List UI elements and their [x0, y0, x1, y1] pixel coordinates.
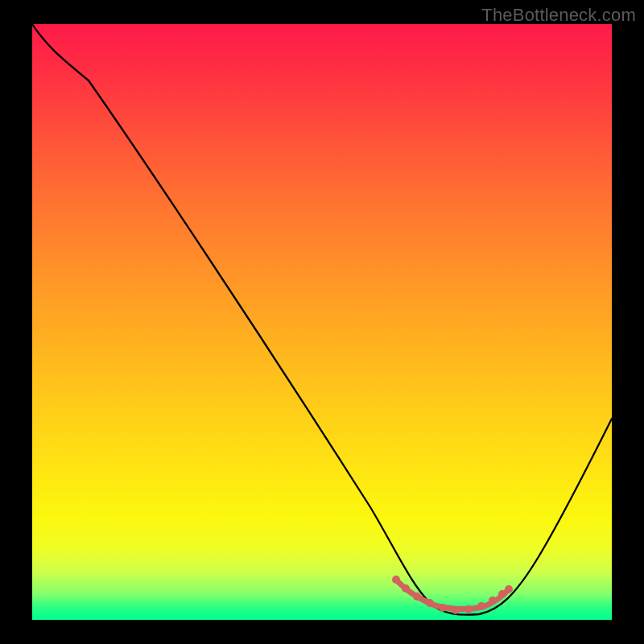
chart-svg [32, 24, 612, 620]
svg-point-4 [439, 604, 447, 612]
optimal-zone-line [396, 580, 509, 609]
watermark-text: TheBottleneck.com [481, 5, 636, 26]
svg-point-3 [426, 599, 434, 607]
svg-point-8 [489, 597, 497, 605]
svg-point-10 [505, 585, 513, 593]
svg-point-7 [477, 602, 485, 610]
bottleneck-curve [32, 24, 612, 615]
svg-point-2 [413, 592, 421, 601]
chart-plot-area [32, 24, 612, 620]
svg-point-6 [464, 605, 473, 613]
svg-point-9 [498, 590, 506, 598]
svg-point-1 [402, 584, 410, 592]
svg-point-0 [392, 576, 400, 584]
chart-frame: TheBottleneck.com [0, 0, 644, 644]
svg-point-5 [452, 606, 460, 614]
